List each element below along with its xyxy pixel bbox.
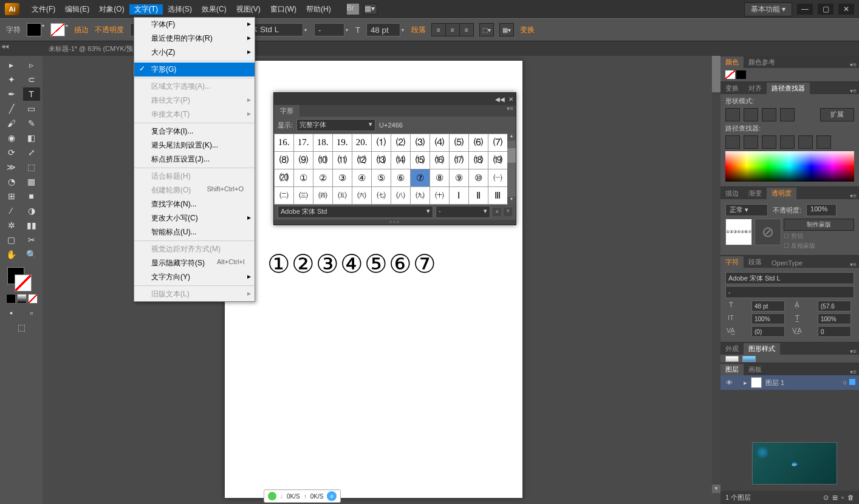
outline-button[interactable] — [798, 135, 813, 149]
glyph-cell[interactable]: ⑨ — [449, 169, 469, 187]
menu-item[interactable]: 更改大小写(C)▸ — [134, 211, 255, 225]
symbol-sprayer-tool[interactable]: ✲ — [3, 219, 20, 232]
color-guide-tab[interactable]: 颜色参考 — [744, 56, 780, 68]
blob-brush-tool[interactable]: ◉ — [3, 131, 20, 145]
menu-效果c[interactable]: 效果(C) — [197, 4, 231, 15]
menu-帮助h[interactable]: 帮助(H) — [301, 4, 336, 15]
font-size-input[interactable] — [366, 23, 400, 36]
graphic-style-1[interactable] — [742, 356, 756, 362]
locate-layer-icon[interactable]: ⊙ — [823, 494, 829, 502]
glyphs-tab[interactable]: 字形 — [274, 105, 299, 117]
char-font-family[interactable] — [725, 272, 854, 284]
glyph-cell[interactable]: ⑹ — [468, 134, 488, 152]
warp-icon[interactable]: ⬚▾ — [479, 23, 494, 36]
make-mask-button[interactable]: 制作蒙版 — [784, 219, 854, 231]
window-close[interactable]: ✕ — [838, 4, 854, 15]
glyph-cell[interactable]: ⑸ — [449, 134, 469, 152]
fill-mode-gradient[interactable] — [17, 294, 27, 304]
minus-front-button[interactable] — [744, 108, 758, 121]
type-tool[interactable]: T — [23, 87, 40, 101]
glyph-cell[interactable]: ㈥ — [352, 186, 372, 205]
zoom-tool[interactable]: 🔍 — [23, 248, 40, 261]
glyph-cell[interactable]: ⒅ — [468, 151, 488, 169]
font-style-input[interactable] — [314, 23, 344, 36]
window-minimize[interactable]: — — [797, 4, 813, 15]
menu-文字t[interactable]: 文字(T) — [129, 4, 163, 15]
appearance-tab[interactable]: 外观 — [720, 343, 744, 355]
glyph-cell[interactable]: ㈩ — [430, 186, 450, 205]
color-tab[interactable]: 颜色 — [720, 56, 744, 68]
menu-对象o[interactable]: 对象(O) — [94, 4, 129, 15]
graphic-styles-tab[interactable]: 图形样式 — [744, 343, 780, 355]
glyph-cell[interactable]: ⑵ — [391, 134, 411, 152]
stroke-tab[interactable]: 描边 — [720, 188, 744, 199]
menu-视图v[interactable]: 视图(V) — [231, 4, 265, 15]
glyph-cell[interactable]: ⒆ — [488, 151, 508, 169]
menu-item[interactable]: 标点挤压设置(J)... — [134, 152, 255, 166]
glyph-cell[interactable]: ⑾ — [332, 151, 352, 169]
mask-target[interactable]: ⊘ — [755, 219, 781, 245]
glyph-cell[interactable]: ③ — [332, 169, 352, 187]
mask-thumbnail[interactable]: ①②③④⑤⑥⑦ — [725, 219, 752, 245]
layers-tab[interactable]: 图层 — [720, 364, 744, 375]
color-panel-menu-icon[interactable]: ▾≡ — [847, 61, 859, 68]
glyph-cell[interactable]: ⒃ — [430, 151, 450, 169]
glyph-cell[interactable]: ㈡ — [274, 186, 294, 205]
glyph-cell[interactable]: 16. — [274, 134, 294, 152]
workspace-switcher[interactable]: 基本功能 ▾ — [744, 2, 792, 16]
glyph-cell[interactable]: ㈦ — [371, 186, 391, 205]
gradient-tool[interactable]: ■ — [23, 189, 40, 203]
menu-文件f[interactable]: 文件(F) — [27, 4, 60, 15]
glyph-cell[interactable]: ⑽ — [313, 151, 333, 169]
menu-编辑e[interactable]: 编辑(E) — [60, 4, 94, 15]
char-size-input[interactable] — [751, 301, 785, 312]
panel-opacity-input[interactable]: 100% — [806, 204, 837, 216]
align-right-button[interactable]: ≡ — [459, 23, 474, 36]
color-swatches[interactable] — [7, 267, 32, 291]
intersect-button[interactable] — [762, 108, 776, 121]
glyph-cell[interactable]: ⑧ — [430, 169, 450, 187]
character-panel-menu-icon[interactable]: ▾≡ — [847, 261, 859, 268]
direct-selection-tool[interactable]: ▹ — [23, 58, 40, 72]
glyphs-zoom-out[interactable]: ▵ — [493, 208, 501, 216]
glyph-cell[interactable]: ⑻ — [274, 151, 294, 169]
menu-item[interactable]: 显示隐藏字符(S)Alt+Ctrl+I — [134, 256, 255, 270]
trim-button[interactable] — [744, 135, 758, 149]
opentype-tab[interactable]: OpenType — [767, 258, 807, 268]
glyph-cell[interactable]: ㈢ — [293, 186, 313, 205]
glyphs-panel-menu-icon[interactable]: ▾≡ — [504, 105, 516, 117]
menu-item[interactable]: 复合字体(I)... — [134, 124, 255, 138]
glyphs-show-select[interactable]: 完整字体 ▾ — [296, 119, 375, 131]
glyph-cell[interactable]: 18. — [313, 134, 333, 152]
glyph-cell[interactable]: ⑺ — [488, 134, 508, 152]
fill-mode-color[interactable] — [6, 294, 16, 304]
merge-button[interactable] — [762, 135, 776, 149]
char-vscale-input[interactable] — [751, 313, 785, 324]
glyph-cell[interactable]: ㈤ — [332, 186, 352, 205]
paragraph-tab[interactable]: 段落 — [744, 256, 767, 268]
layer-target-icon[interactable]: ○ — [843, 379, 847, 386]
glyph-cell[interactable]: ⑦ — [410, 169, 430, 187]
pathfinder-panel-menu-icon[interactable]: ▾≡ — [847, 87, 859, 94]
shape-builder-tool[interactable]: ◔ — [3, 175, 20, 188]
glyph-cell[interactable]: ⑿ — [352, 151, 372, 169]
glyph-cell[interactable]: ⑴ — [371, 134, 391, 152]
layer-expand-icon[interactable]: ▸ — [744, 379, 747, 387]
glyph-cell[interactable]: 20. — [352, 134, 372, 152]
menu-item[interactable]: 字体(F)▸ — [134, 18, 255, 32]
glyph-cell[interactable]: ⑷ — [430, 134, 450, 152]
artboard-tool[interactable]: ▢ — [3, 233, 20, 247]
artboards-tab[interactable]: 画板 — [744, 364, 767, 375]
glyph-cell[interactable]: ⒁ — [391, 151, 411, 169]
new-sublayer-icon[interactable]: ⊞ — [832, 494, 838, 502]
bridge-icon[interactable]: Br — [347, 4, 359, 15]
menu-item[interactable]: 避头尾法则设置(K)... — [134, 138, 255, 152]
canvas-text[interactable]: ①②③④⑤⑥⑦ — [267, 249, 437, 279]
glyph-cell[interactable]: Ⅱ — [468, 186, 488, 205]
char-hscale-input[interactable] — [818, 313, 851, 324]
eyedropper-tool[interactable]: ⁄ — [3, 204, 20, 217]
window-maximize[interactable]: ▢ — [818, 4, 833, 15]
character-tab[interactable]: 字符 — [720, 256, 744, 268]
free-transform-tool[interactable]: ⬚ — [23, 160, 40, 174]
glyph-cell[interactable]: Ⅰ — [449, 186, 469, 205]
